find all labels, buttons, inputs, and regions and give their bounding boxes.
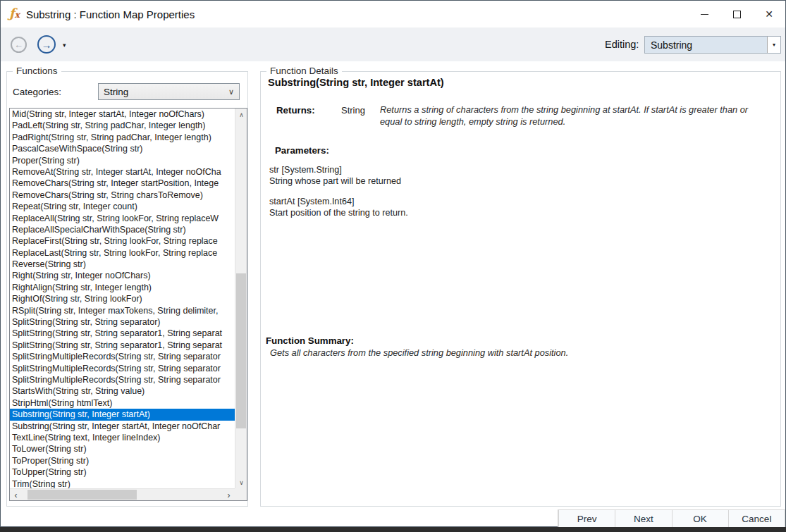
function-list-item[interactable]: Trim(String str) xyxy=(10,478,235,489)
function-list-item[interactable]: RightAlign(String str, Integer length) xyxy=(10,282,235,293)
scroll-down-button[interactable]: ∨ xyxy=(235,476,247,488)
scroll-left-button[interactable]: ‹ xyxy=(10,489,22,501)
function-list-item[interactable]: RSplit(String str, Integer maxTokens, St… xyxy=(10,305,235,316)
function-list-item[interactable]: SplitString(String str, String separator… xyxy=(10,316,235,328)
scroll-up-button[interactable]: ∧ xyxy=(235,109,247,120)
parameter-item: str [System.String] String whose part wi… xyxy=(269,164,408,187)
function-list-item[interactable]: ToUpper(String str) xyxy=(10,466,235,478)
returns-label: Returns: xyxy=(276,105,315,116)
function-list-item[interactable]: SplitString(String str, String separator… xyxy=(10,328,235,339)
function-list-item[interactable]: SplitStringMultipleRecords(String str, S… xyxy=(10,351,235,362)
parameter-description: Start position of the string to return. xyxy=(269,207,408,218)
parameters-label: Parameters: xyxy=(275,145,329,156)
function-list-item[interactable]: Substring(String str, Integer startAt) xyxy=(10,409,235,420)
functions-group-label: Functions xyxy=(13,66,61,76)
function-icon: ƒx xyxy=(9,7,20,21)
function-list-item[interactable]: SplitStringMultipleRecords(String str, S… xyxy=(10,374,235,385)
function-summary-label: Function Summary: xyxy=(266,335,354,346)
minimize-button[interactable] xyxy=(688,1,720,27)
scroll-right-icon: › xyxy=(228,490,231,500)
title-bar: ƒx Substring : Function Map Properties ✕ xyxy=(1,1,785,27)
scroll-up-icon: ∧ xyxy=(239,111,244,118)
categories-combobox[interactable]: String ∨ xyxy=(98,83,240,100)
maximize-icon xyxy=(733,11,741,18)
function-list-item[interactable]: Substring(String str, Integer startAt, I… xyxy=(10,421,235,432)
function-list-item[interactable]: ReplaceLast(String str, String lookFor, … xyxy=(10,247,235,259)
footer-button[interactable]: Next xyxy=(615,510,671,527)
forward-icon: → xyxy=(42,39,52,51)
editing-dropdown-button[interactable]: ▾ xyxy=(767,37,780,53)
function-list-item[interactable]: PascalCaseWithSpace(String str) xyxy=(10,143,235,154)
maximize-button[interactable] xyxy=(720,1,753,27)
parameter-name: str [System.String] xyxy=(269,164,408,175)
function-listbox: Mid(String str, Integer startAt, Integer… xyxy=(9,108,247,501)
chevron-down-icon: ▾ xyxy=(773,42,775,48)
function-list-item[interactable]: SplitStringMultipleRecords(String str, S… xyxy=(10,363,235,374)
function-list-item[interactable]: Repeat(String str, Integer count) xyxy=(10,201,235,212)
forward-button[interactable]: → xyxy=(37,35,56,54)
minimize-icon xyxy=(701,14,708,15)
editing-value: Substring xyxy=(651,39,767,51)
function-details-group-label: Function Details xyxy=(266,66,342,76)
returns-type: String xyxy=(341,105,365,116)
function-summary-text: Gets all characters from the specified s… xyxy=(270,347,568,358)
footer-button[interactable]: OK xyxy=(672,510,728,527)
scroll-down-icon: ∨ xyxy=(239,479,244,486)
function-list-item[interactable]: TextLine(String text, Integer lineIndex) xyxy=(10,432,235,443)
window-title: Substring : Function Map Properties xyxy=(26,8,195,20)
function-list-item[interactable]: RightOf(String str, String lookFor) xyxy=(10,293,235,304)
function-list-item[interactable]: RemoveAt(String str, Integer startAt, In… xyxy=(10,166,235,178)
footer-button[interactable]: Cancel xyxy=(728,510,785,527)
function-list-item[interactable]: SplitString(String str, String separator… xyxy=(10,340,235,351)
function-details-group: Function Details Substring(String str, I… xyxy=(260,71,781,507)
chevron-down-icon: ∨ xyxy=(228,87,234,97)
function-list-item[interactable]: ReplaceAll(String str, String lookFor, S… xyxy=(10,213,235,224)
returns-description: Returns a string of characters from the … xyxy=(380,104,766,128)
functions-group: Functions Categories: String ∨ Mid(Strin… xyxy=(6,71,248,507)
vertical-scrollbar[interactable]: ∧ ∨ xyxy=(235,109,247,488)
function-list-item[interactable]: ReplaceFirst(String str, String lookFor,… xyxy=(10,235,235,247)
close-icon: ✕ xyxy=(765,9,773,19)
dialog-window: ƒx Substring : Function Map Properties ✕… xyxy=(0,0,786,527)
function-list-item[interactable]: Right(String str, Integer noOfChars) xyxy=(10,270,235,281)
editing-label: Editing: xyxy=(605,39,639,50)
parameter-description: String whose part will be returned xyxy=(269,175,408,187)
nav-dropdown-caret[interactable]: ▾ xyxy=(63,42,66,49)
scrollbar-corner xyxy=(235,488,247,500)
window-controls: ✕ xyxy=(688,1,785,27)
back-icon: ← xyxy=(14,39,23,50)
categories-value: String xyxy=(104,87,228,97)
function-list-item[interactable]: ReplaceAllSpecialCharWithSpace(String st… xyxy=(10,224,235,235)
function-list-item[interactable]: ToLower(String str) xyxy=(10,443,235,454)
scroll-left-icon: ‹ xyxy=(15,490,18,500)
editing-combobox[interactable]: Substring ▾ xyxy=(644,36,781,54)
categories-label: Categories: xyxy=(13,87,61,97)
function-list-item[interactable]: PadRight(String str, String padChar, Int… xyxy=(10,132,235,143)
function-list-item[interactable]: PadLeft(String str, String padChar, Inte… xyxy=(10,120,235,131)
function-list-item[interactable]: StartsWith(String str, String value) xyxy=(10,385,235,397)
function-list-item[interactable]: Proper(String str) xyxy=(10,155,235,166)
taskbar-edge xyxy=(0,527,786,532)
horizontal-scrollbar-thumb[interactable] xyxy=(27,490,137,500)
parameter-item: startAt [System.Int64] Start position of… xyxy=(269,196,408,218)
function-list-item[interactable]: Mid(String str, Integer startAt, Integer… xyxy=(10,109,235,120)
vertical-scrollbar-thumb[interactable] xyxy=(236,273,246,428)
function-signature: Substring(String str, Integer startAt) xyxy=(268,77,444,88)
function-list-item[interactable]: RemoveChars(String str, Integer startPos… xyxy=(10,178,235,189)
toolbar: ← → ▾ Editing: Substring ▾ xyxy=(1,27,785,61)
parameters-list: str [System.String] String whose part wi… xyxy=(269,164,408,228)
horizontal-scrollbar[interactable]: ‹ › xyxy=(10,488,235,500)
function-list-item[interactable]: Reverse(String str) xyxy=(10,259,235,270)
footer-button[interactable]: Prev xyxy=(558,510,615,527)
close-button[interactable]: ✕ xyxy=(753,1,785,27)
function-list: Mid(String str, Integer startAt, Integer… xyxy=(10,109,235,488)
footer-button-bar: Prev Next OK Cancel xyxy=(558,509,785,528)
function-list-item[interactable]: StripHtml(String htmlText) xyxy=(10,397,235,409)
scroll-right-button[interactable]: › xyxy=(223,489,235,501)
function-list-item[interactable]: RemoveChars(String str, String charsToRe… xyxy=(10,190,235,201)
function-list-item[interactable]: ToProper(String str) xyxy=(10,455,235,466)
back-button[interactable]: ← xyxy=(11,37,27,53)
parameter-name: startAt [System.Int64] xyxy=(269,196,408,207)
